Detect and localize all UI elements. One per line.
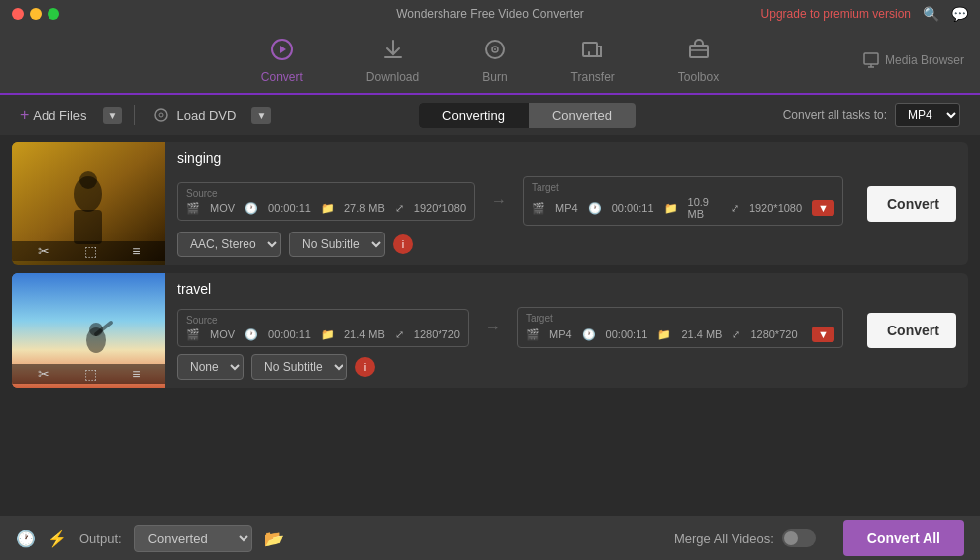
scissors-icon[interactable]: ✂ [38,243,49,259]
travel-format-dropdown[interactable]: ▼ [812,327,834,342]
singing-source-res-icon: ⤢ [395,202,404,215]
travel-target-size-icon: 📁 [657,328,671,341]
svg-point-10 [159,113,163,117]
close-button[interactable] [12,8,24,20]
tab-converting[interactable]: Converting [419,103,529,128]
tab-converted[interactable]: Converted [529,103,636,128]
travel-subtitle-select[interactable]: No Subtitle [251,354,347,380]
travel-source-box: Source 🎬 MOV 🕐 00:00:11 📁 21.4 MB ⤢ 1280… [177,309,469,347]
svg-rect-8 [864,53,878,64]
thumbnail-singing: ✂ ⬚ ≡ [12,142,165,265]
travel-target-label: Target [526,313,834,324]
file-card-travel: ✂ ⬚ ≡ travel Source 🎬 MOV 🕐 00:00:11 [12,273,968,388]
speed-icon[interactable]: ⚡ [48,529,67,548]
history-icon[interactable]: 🕐 [16,529,36,548]
singing-source-format: MOV [210,202,235,214]
scissors-icon-2[interactable]: ✂ [38,366,49,382]
toolbox-nav-icon [687,38,711,66]
travel-convert-button[interactable]: Convert [867,313,956,348]
singing-target-label: Target [532,182,834,193]
nav-convert-label: Convert [261,70,303,84]
svg-point-14 [79,171,97,189]
travel-info-button[interactable]: i [355,357,375,377]
travel-target-resolution: 1280*720 [750,328,797,340]
add-files-dropdown[interactable]: ▼ [103,107,123,124]
singing-target-meta: 🎬 MP4 🕐 00:00:11 📁 10.9 MB ⤢ 1920*1080 ▼ [532,196,834,220]
crop-icon[interactable]: ⬚ [84,243,97,259]
singing-source-size: 27.8 MB [344,202,385,214]
toggle-knob [784,531,798,545]
burn-nav-icon [483,38,507,66]
media-browser-btn[interactable]: Media Browser [863,52,964,68]
transfer-nav-icon [581,38,605,66]
singing-source-meta: 🎬 MOV 🕐 00:00:11 📁 27.8 MB ⤢ 1920*1080 [186,202,466,215]
singing-info-row: singing Source 🎬 MOV 🕐 00:00:11 📁 27.8 M… [177,150,843,257]
nav-transfer[interactable]: Transfer [559,30,627,92]
add-files-button[interactable]: + Add Files [12,102,95,128]
nav-toolbox[interactable]: Toolbox [666,30,731,92]
travel-target-format: MP4 [549,328,572,340]
singing-convert-button[interactable]: Convert [867,186,956,222]
convert-all-section: Convert all tasks to: MP4 MOV AVI MKV [783,103,960,127]
travel-source-size: 21.4 MB [344,328,385,340]
singing-target-size: 10.9 MB [688,196,721,220]
travel-card-inner: travel Source 🎬 MOV 🕐 00:00:11 📁 21.4 MB… [165,273,968,388]
nav-download[interactable]: Download [354,30,431,92]
svg-rect-13 [74,210,102,244]
nav-burn[interactable]: Burn [470,30,519,92]
singing-card-inner: singing Source 🎬 MOV 🕐 00:00:11 📁 27.8 M… [165,142,968,265]
singing-subtitle-select[interactable]: No Subtitle [289,232,385,257]
svg-point-9 [155,109,167,121]
maximize-button[interactable] [48,8,59,20]
merge-toggle[interactable] [782,529,816,547]
output-label: Output: [79,531,122,546]
singing-target-format: MP4 [555,202,578,214]
upgrade-link[interactable]: Upgrade to premium version [761,7,911,21]
crop-icon-2[interactable]: ⬚ [84,366,97,382]
load-dvd-label: Load DVD [176,108,236,123]
load-dvd-button[interactable]: Load DVD [147,104,244,127]
singing-source-size-icon: 📁 [321,202,335,215]
settings-icon[interactable]: ≡ [132,243,140,259]
travel-source-res-icon: ⤢ [395,328,404,341]
travel-target-box: Target 🎬 MP4 🕐 00:00:11 📁 21.4 MB ⤢ 1280… [517,307,843,348]
travel-target-duration: 00:00:11 [606,328,648,340]
singing-target-box: Target 🎬 MP4 🕐 00:00:11 📁 10.9 MB ⤢ 1920… [523,176,843,226]
open-folder-button[interactable]: 📂 [264,529,284,548]
merge-section: Merge All Videos: [674,529,816,547]
singing-audio-select[interactable]: AAC, Stereo [177,232,281,257]
travel-audio-select[interactable]: None [177,354,244,380]
tab-group: Converting Converted [419,103,636,128]
search-icon[interactable]: 🔍 [923,6,939,22]
travel-source-duration-icon: 🕐 [245,328,258,341]
format-select[interactable]: MP4 MOV AVI MKV [895,103,960,127]
convert-arrow-1: → [483,192,515,210]
toolbar-divider [134,105,135,125]
singing-info-button[interactable]: i [393,234,413,254]
settings-icon-2[interactable]: ≡ [132,366,140,382]
load-dvd-dropdown[interactable]: ▼ [251,107,271,124]
bottom-bar: 🕐 ⚡ Output: Converted 📂 Merge All Videos… [0,516,980,560]
singing-audio-subtitle-row: AAC, Stereo No Subtitle i [177,232,843,257]
nav-convert[interactable]: Convert [249,30,315,92]
convert-all-button[interactable]: Convert All [843,520,964,556]
singing-filename: singing [177,150,843,166]
nav-transfer-label: Transfer [571,70,615,84]
travel-source-format-icon: 🎬 [186,328,200,341]
travel-target-meta: 🎬 MP4 🕐 00:00:11 📁 21.4 MB ⤢ 1280*720 ▼ [526,327,834,342]
nav-toolbox-label: Toolbox [678,70,719,84]
title-bar: Wondershare Free Video Converter Upgrade… [0,0,980,28]
thumbnail-tools-singing: ✂ ⬚ ≡ [12,241,165,261]
singing-target-duration-icon: 🕐 [588,202,602,215]
singing-source-duration: 00:00:11 [268,202,311,214]
travel-source-target-row: Source 🎬 MOV 🕐 00:00:11 📁 21.4 MB ⤢ 1280… [177,307,843,348]
output-path-select[interactable]: Converted [134,525,252,552]
singing-format-dropdown[interactable]: ▼ [812,200,834,216]
nav-bar: Convert Download Burn Transfer [0,28,980,95]
message-icon[interactable]: 💬 [951,6,968,22]
convert-arrow-2: → [477,319,509,336]
title-bar-right: Upgrade to premium version 🔍 💬 [761,6,968,22]
file-card-singing: ✂ ⬚ ≡ singing Source 🎬 MOV 🕐 00:00:11 [12,142,968,265]
minimize-button[interactable] [30,8,42,20]
app-title: Wondershare Free Video Converter [396,7,584,21]
